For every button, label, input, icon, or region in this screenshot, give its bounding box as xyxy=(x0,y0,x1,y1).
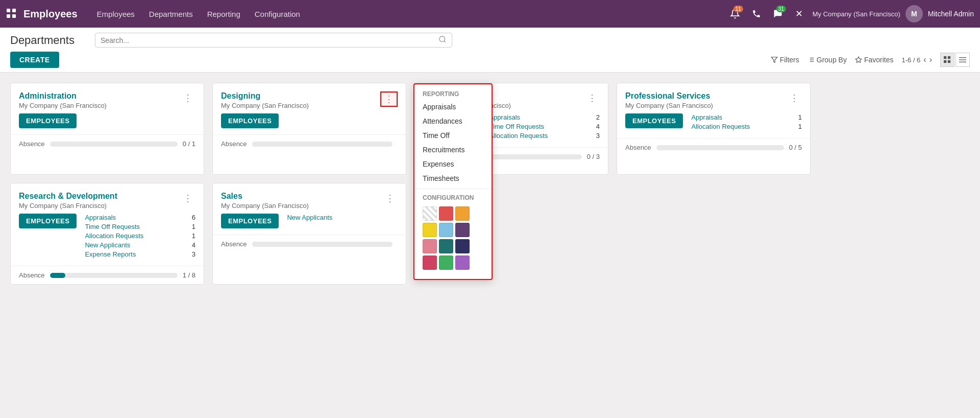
notifications-btn[interactable]: 11 xyxy=(727,6,743,22)
nav-right: 11 31 ✕ My Company (San Francisco) M Mit… xyxy=(727,5,974,22)
svg-marker-14 xyxy=(855,57,862,62)
absence-bar-research-development xyxy=(50,273,178,278)
app-name: Employees xyxy=(23,8,78,20)
dept-name-administration[interactable]: Administration xyxy=(19,91,107,101)
reporting-section-label: Reporting xyxy=(414,88,492,100)
dept-card-designing: Designing My Company (San Francisco) ⋮ E… xyxy=(212,83,406,175)
svg-rect-2 xyxy=(7,14,10,18)
color-swatch-yellow[interactable] xyxy=(423,223,437,237)
color-swatch-darkblue[interactable] xyxy=(455,239,470,253)
nav-employees[interactable]: Employees xyxy=(90,7,142,21)
nav-departments[interactable]: Departments xyxy=(142,7,200,21)
dept-card-research-development: Research & Development My Company (San F… xyxy=(10,183,204,285)
svg-line-6 xyxy=(444,41,446,42)
color-swatch-teal[interactable] xyxy=(439,239,453,253)
nav-reporting[interactable]: Reporting xyxy=(200,7,248,21)
groupby-btn[interactable]: Group By xyxy=(807,56,847,64)
dept-company-research-development: My Company (San Francisco) xyxy=(19,202,117,210)
dropdown-expenses[interactable]: Expenses xyxy=(414,157,492,171)
nav-configuration[interactable]: Configuration xyxy=(248,7,307,21)
dept-card-professional-services: Professional Services My Company (San Fr… xyxy=(617,83,811,175)
dept-company-administration: My Company (San Francisco) xyxy=(19,102,107,109)
employees-btn-administration[interactable]: EMPLOYEES xyxy=(19,113,77,128)
color-swatch-green[interactable] xyxy=(439,256,453,270)
employees-btn-professional-services[interactable]: EMPLOYEES xyxy=(625,113,683,128)
employees-btn-sales[interactable]: EMPLOYEES xyxy=(221,214,279,228)
svg-rect-17 xyxy=(944,60,946,63)
prev-page-btn[interactable]: ‹ xyxy=(923,55,926,64)
color-swatch-none[interactable] xyxy=(423,206,437,221)
threedot-management[interactable]: ⋮ xyxy=(584,91,600,105)
create-button[interactable]: CREATE xyxy=(10,52,59,68)
chat-badge: 31 xyxy=(776,6,786,12)
company-name: My Company (San Francisco) xyxy=(813,10,900,18)
dept-company-sales: My Company (San Francisco) xyxy=(221,202,309,210)
svg-point-5 xyxy=(439,36,445,42)
svg-rect-0 xyxy=(7,9,10,12)
dept-card-sales: Sales My Company (San Francisco) ⋮ EMPLO… xyxy=(212,183,406,285)
kanban-view-btn[interactable] xyxy=(940,53,954,67)
favorites-btn[interactable]: Favorites xyxy=(855,56,894,64)
threedot-research-development[interactable]: ⋮ xyxy=(180,192,195,205)
absence-bar-designing xyxy=(252,142,393,147)
close-btn[interactable]: ✕ xyxy=(791,6,807,22)
absence-bar-administration xyxy=(50,142,178,147)
dropdown-attendances[interactable]: Attendances xyxy=(414,114,492,128)
threedot-sales[interactable]: ⋮ xyxy=(382,192,398,205)
color-swatch-purple[interactable] xyxy=(455,223,470,237)
absence-bar-professional-services xyxy=(656,145,784,150)
svg-rect-16 xyxy=(948,56,950,59)
dropdown-recruitments[interactable]: Recruitments xyxy=(414,143,492,157)
top-nav: Employees Employees Departments Reportin… xyxy=(0,0,980,28)
dept-company-professional-services: My Company (San Francisco) xyxy=(625,102,713,109)
phone-btn[interactable] xyxy=(748,6,765,22)
color-swatch-orange[interactable] xyxy=(455,206,470,221)
dept-name-designing[interactable]: Designing xyxy=(221,91,309,101)
dept-name-sales[interactable]: Sales xyxy=(221,192,309,201)
color-swatch-darkred[interactable] xyxy=(423,256,437,270)
nav-links: Employees Departments Reporting Configur… xyxy=(90,7,307,21)
color-swatch-pink[interactable] xyxy=(423,239,437,253)
next-page-btn[interactable]: › xyxy=(929,55,932,64)
dropdown-appraisals[interactable]: Appraisals xyxy=(414,100,492,114)
grid-icon[interactable] xyxy=(6,8,16,20)
employees-btn-designing[interactable]: EMPLOYEES xyxy=(221,113,279,128)
chat-btn[interactable]: 31 xyxy=(770,6,786,22)
dropdown-time-off[interactable]: Time Off xyxy=(414,128,492,143)
configuration-section-label: Configuration xyxy=(414,192,492,203)
dept-name-professional-services[interactable]: Professional Services xyxy=(625,91,713,101)
svg-rect-18 xyxy=(948,60,950,63)
svg-marker-7 xyxy=(771,57,777,63)
color-swatch-lavender[interactable] xyxy=(455,256,470,270)
employees-btn-research-development[interactable]: EMPLOYEES xyxy=(19,214,77,228)
svg-rect-15 xyxy=(944,56,946,59)
page-title: Departments xyxy=(10,34,75,47)
color-grid xyxy=(414,203,492,275)
list-view-btn[interactable] xyxy=(955,53,970,67)
threedot-administration[interactable]: ⋮ xyxy=(180,91,195,105)
dept-card-administration: Administration My Company (San Francisco… xyxy=(10,83,204,175)
dropdown-timesheets[interactable]: Timesheets xyxy=(414,171,492,185)
filters-btn[interactable]: Filters xyxy=(771,56,799,64)
color-swatch-red[interactable] xyxy=(439,206,453,221)
threedot-professional-services[interactable]: ⋮ xyxy=(787,91,802,105)
pagination: 1-6 / 6 ‹ › xyxy=(901,55,932,64)
dept-name-research-development[interactable]: Research & Development xyxy=(19,192,117,201)
avatar[interactable]: M xyxy=(905,5,923,22)
search-input[interactable] xyxy=(101,36,438,44)
dropdown-menu: Reporting Appraisals Attendances Time Of… xyxy=(413,83,493,280)
search-icon[interactable] xyxy=(438,35,447,45)
dept-company-designing: My Company (San Francisco) xyxy=(221,102,309,109)
main-content: Administration My Company (San Francisco… xyxy=(0,73,980,295)
color-swatch-lightblue[interactable] xyxy=(439,223,453,237)
view-toggle xyxy=(940,53,970,67)
svg-rect-3 xyxy=(12,14,16,18)
bell-badge: 11 xyxy=(733,6,743,12)
svg-rect-1 xyxy=(12,9,16,12)
threedot-designing[interactable]: ⋮ xyxy=(380,91,398,107)
absence-bar-sales xyxy=(252,242,393,247)
user-name[interactable]: Mitchell Admin xyxy=(928,10,974,18)
